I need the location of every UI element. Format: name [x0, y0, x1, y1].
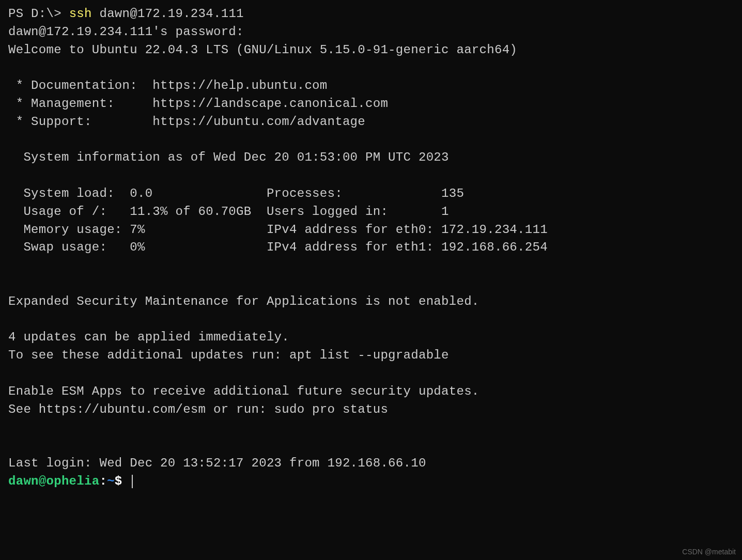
- blank-line: [8, 365, 734, 383]
- stats-row-2: Usage of /: 11.3% of 60.70GB Users logge…: [8, 203, 734, 221]
- password-prompt-line: dawn@172.19.234.111's password:: [8, 23, 734, 41]
- esm-enable-1: Enable ESM Apps to receive additional fu…: [8, 383, 734, 401]
- prompt-colon: :: [99, 474, 107, 488]
- terminal-output[interactable]: PS D:\> ssh dawn@172.19.234.111 dawn@172…: [8, 5, 734, 491]
- mgmt-link-line: * Management: https://landscape.canonica…: [8, 95, 734, 113]
- stats-row-1: System load: 0.0 Processes: 135: [8, 185, 734, 203]
- prompt-dollar: $: [115, 474, 130, 488]
- stats-row-4: Swap usage: 0% IPv4 address for eth1: 19…: [8, 239, 734, 257]
- ssh-command: ssh: [69, 7, 92, 21]
- blank-line: [8, 131, 734, 149]
- last-login-line: Last login: Wed Dec 20 13:52:17 2023 fro…: [8, 455, 734, 473]
- cursor-icon: [132, 475, 133, 488]
- doc-link-line: * Documentation: https://help.ubuntu.com: [8, 77, 734, 95]
- blank-line: [8, 437, 734, 455]
- support-link-line: * Support: https://ubuntu.com/advantage: [8, 113, 734, 131]
- blank-line: [8, 418, 734, 437]
- updates-line-2: To see these additional updates run: apt…: [8, 347, 734, 365]
- blank-line: [8, 167, 734, 185]
- esm-enable-2: See https://ubuntu.com/esm or run: sudo …: [8, 401, 734, 419]
- ssh-args: dawn@172.19.234.111: [92, 7, 244, 21]
- watermark-text: CSDN @metabit: [682, 547, 736, 557]
- prompt-userhost: dawn@ophelia: [8, 474, 99, 488]
- esm-notice: Expanded Security Maintenance for Applic…: [8, 293, 734, 311]
- welcome-line: Welcome to Ubuntu 22.04.3 LTS (GNU/Linux…: [8, 41, 734, 59]
- blank-line: [8, 311, 734, 329]
- stats-row-3: Memory usage: 7% IPv4 address for eth0: …: [8, 221, 734, 239]
- prompt-path: ~: [107, 474, 115, 488]
- blank-line: [8, 257, 734, 275]
- updates-line-1: 4 updates can be applied immediately.: [8, 329, 734, 347]
- ps-prompt: PS D:\>: [8, 7, 69, 21]
- blank-line: [8, 275, 734, 293]
- blank-line: [8, 59, 734, 77]
- ps-prompt-line: PS D:\> ssh dawn@172.19.234.111: [8, 5, 734, 23]
- sysinfo-header: System information as of Wed Dec 20 01:5…: [8, 149, 734, 167]
- bash-prompt-line[interactable]: dawn@ophelia:~$: [8, 473, 734, 491]
